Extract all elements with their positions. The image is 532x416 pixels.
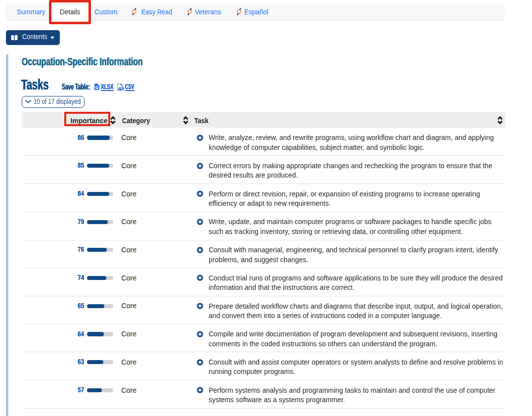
svg-text:CSV: CSV [119,87,123,90]
